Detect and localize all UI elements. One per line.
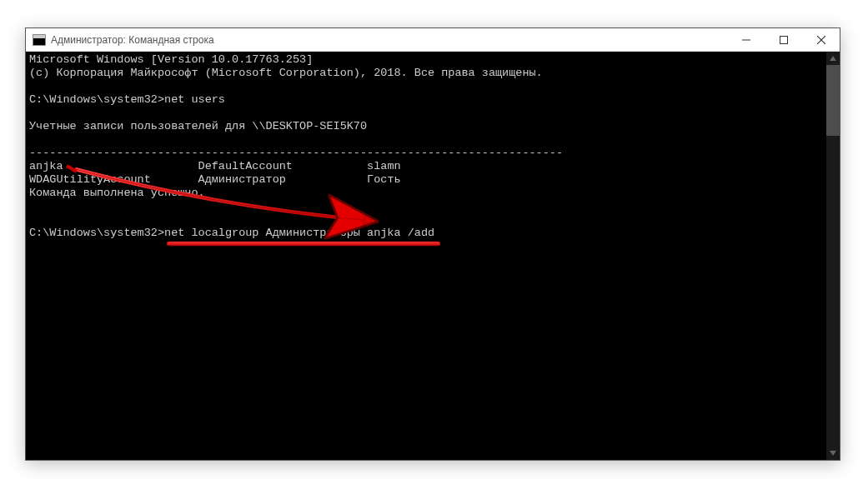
maximize-button[interactable] — [765, 28, 802, 51]
scrollbar[interactable] — [826, 52, 840, 460]
titlebar[interactable]: Администратор: Командная строка — [26, 28, 840, 52]
command-prompt-window: Администратор: Командная строка Microsof… — [25, 27, 840, 461]
cmd-icon — [33, 34, 46, 46]
window-title: Администратор: Командная строка — [51, 34, 214, 46]
prompt-1: C:\Windows\system32>net users — [29, 93, 225, 106]
svg-rect-0 — [742, 39, 750, 40]
prompt-2: C:\Windows\system32>net localgroup Админ… — [29, 227, 434, 239]
svg-rect-1 — [780, 36, 787, 43]
success-line: Команда выполнена успешно. — [29, 187, 205, 199]
svg-marker-5 — [830, 451, 836, 456]
scroll-down-button[interactable] — [826, 447, 840, 460]
separator: ----------------------------------------… — [29, 147, 563, 159]
terminal-output[interactable]: Microsoft Windows [Version 10.0.17763.25… — [26, 52, 826, 460]
version-line: Microsoft Windows [Version 10.0.17763.25… — [29, 53, 313, 66]
user-row-1: anjka DefaultAccount slamn — [29, 160, 401, 172]
client-area: Microsoft Windows [Version 10.0.17763.25… — [26, 52, 840, 460]
scroll-up-button[interactable] — [826, 52, 840, 65]
user-row-2: WDAGUtilityAccount Администратор Гость — [29, 173, 401, 186]
svg-marker-4 — [830, 56, 836, 61]
scroll-thumb[interactable] — [826, 65, 840, 136]
accounts-header: Учетные записи пользователей для \\DESKT… — [29, 120, 367, 132]
minimize-button[interactable] — [727, 28, 765, 51]
close-button[interactable] — [802, 28, 840, 51]
scroll-track[interactable] — [826, 65, 840, 447]
copyright-line: (c) Корпорация Майкрософт (Microsoft Cor… — [29, 67, 543, 79]
window-controls — [727, 28, 840, 51]
